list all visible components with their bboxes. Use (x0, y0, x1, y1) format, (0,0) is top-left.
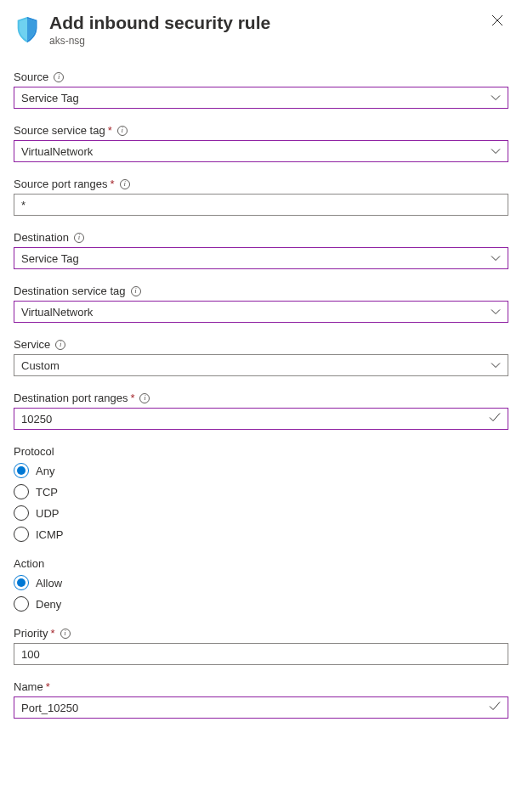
label-text-destination-service-tag: Destination service tag (14, 285, 126, 297)
info-icon[interactable]: i (131, 286, 141, 296)
destination-select[interactable]: Service Tag (14, 247, 508, 269)
destination-service-tag-select[interactable]: VirtualNetwork (14, 301, 508, 323)
source-service-tag-value: VirtualNetwork (21, 145, 93, 158)
label-text-source: Source (14, 70, 48, 83)
action-radio-group: Allow Deny (14, 575, 508, 612)
action-radio-allow[interactable]: Allow (14, 575, 508, 590)
required-asterisk: * (111, 178, 115, 190)
field-source-service-tag: Source service tag * i VirtualNetwork (14, 124, 508, 162)
required-asterisk: * (46, 680, 50, 693)
label-destination: Destination i (14, 231, 508, 244)
label-text-priority: Priority (14, 627, 48, 640)
source-value: Service Tag (21, 92, 79, 104)
protocol-radio-icmp[interactable]: ICMP (14, 527, 508, 542)
source-port-ranges-value: * (21, 199, 26, 211)
field-service: Service i Custom (14, 338, 508, 376)
field-action: Action Allow Deny (14, 557, 508, 612)
label-text-destination-port-ranges: Destination port ranges (14, 392, 128, 404)
label-name: Name * (14, 680, 508, 693)
label-protocol: Protocol (14, 445, 508, 458)
label-source: Source i (14, 70, 508, 83)
label-priority: Priority * i (14, 627, 508, 640)
field-destination-port-ranges: Destination port ranges * i 10250 (14, 392, 508, 430)
field-name: Name * Port_10250 (14, 680, 508, 719)
label-text-source-service-tag: Source service tag (14, 124, 105, 137)
destination-service-tag-value: VirtualNetwork (21, 306, 93, 319)
field-protocol: Protocol Any TCP UDP ICMP (14, 445, 508, 542)
protocol-radio-tcp[interactable]: TCP (14, 484, 508, 499)
info-icon[interactable]: i (139, 393, 150, 403)
label-source-service-tag: Source service tag * i (14, 124, 508, 137)
field-priority: Priority * i 100 (14, 627, 508, 665)
destination-port-ranges-value: 10250 (21, 413, 52, 426)
field-source: Source i Service Tag (14, 70, 508, 109)
radio-icon (14, 575, 29, 590)
radio-icon (14, 596, 29, 612)
info-icon[interactable]: i (74, 233, 84, 243)
required-asterisk: * (130, 392, 134, 404)
close-button[interactable] (486, 12, 508, 31)
radio-icon (14, 527, 29, 542)
name-input[interactable]: Port_10250 (14, 696, 508, 719)
label-text-protocol: Protocol (14, 445, 54, 458)
label-destination-port-ranges: Destination port ranges * i (14, 392, 508, 404)
protocol-radio-any[interactable]: Any (14, 463, 508, 478)
field-destination: Destination i Service Tag (14, 231, 508, 269)
field-source-port-ranges: Source port ranges * i * (14, 178, 508, 216)
label-action: Action (14, 557, 508, 570)
priority-value: 100 (21, 648, 40, 661)
info-icon[interactable]: i (117, 126, 128, 136)
radio-icon (14, 463, 29, 478)
label-service: Service i (14, 338, 508, 351)
service-value: Custom (21, 359, 60, 372)
label-source-port-ranges: Source port ranges * i (14, 178, 508, 190)
info-icon[interactable]: i (60, 629, 71, 639)
action-radio-deny[interactable]: Deny (14, 596, 508, 612)
chevron-down-icon (491, 308, 501, 315)
label-text-source-port-ranges: Source port ranges (14, 178, 108, 190)
info-icon[interactable]: i (54, 72, 64, 82)
check-icon (489, 702, 501, 714)
label-text-service: Service (14, 338, 50, 351)
protocol-radio-group: Any TCP UDP ICMP (14, 463, 508, 542)
panel-header: Add inbound security rule aks-nsg (14, 12, 508, 47)
radio-label-any: Any (36, 465, 54, 477)
info-icon[interactable]: i (120, 179, 130, 189)
radio-label-udp: UDP (36, 507, 59, 520)
field-destination-service-tag: Destination service tag i VirtualNetwork (14, 285, 508, 323)
label-text-destination: Destination (14, 231, 69, 244)
chevron-down-icon (491, 255, 501, 262)
service-select[interactable]: Custom (14, 354, 508, 376)
shield-icon (14, 15, 41, 44)
header-text: Add inbound security rule aks-nsg (49, 12, 486, 47)
source-port-ranges-input[interactable]: * (14, 194, 508, 216)
info-icon[interactable]: i (55, 340, 65, 350)
chevron-down-icon (491, 362, 501, 369)
panel-subtitle: aks-nsg (49, 35, 486, 47)
protocol-radio-udp[interactable]: UDP (14, 505, 508, 521)
radio-label-tcp: TCP (36, 486, 58, 499)
source-service-tag-select[interactable]: VirtualNetwork (14, 140, 508, 162)
priority-input[interactable]: 100 (14, 643, 508, 665)
destination-value: Service Tag (21, 252, 79, 265)
label-text-action: Action (14, 557, 44, 570)
label-text-name: Name (14, 680, 43, 693)
check-icon (489, 413, 501, 426)
required-asterisk: * (108, 124, 112, 137)
label-destination-service-tag: Destination service tag i (14, 285, 508, 297)
radio-label-allow: Allow (36, 577, 62, 589)
chevron-down-icon (491, 94, 501, 101)
destination-port-ranges-input[interactable]: 10250 (14, 408, 508, 430)
radio-icon (14, 505, 29, 521)
radio-label-deny: Deny (36, 598, 61, 611)
name-value: Port_10250 (21, 702, 78, 714)
radio-label-icmp: ICMP (36, 528, 64, 541)
required-asterisk: * (50, 627, 54, 640)
radio-icon (14, 484, 29, 499)
source-select[interactable]: Service Tag (14, 87, 508, 109)
chevron-down-icon (491, 148, 501, 155)
panel-title: Add inbound security rule (49, 12, 486, 33)
